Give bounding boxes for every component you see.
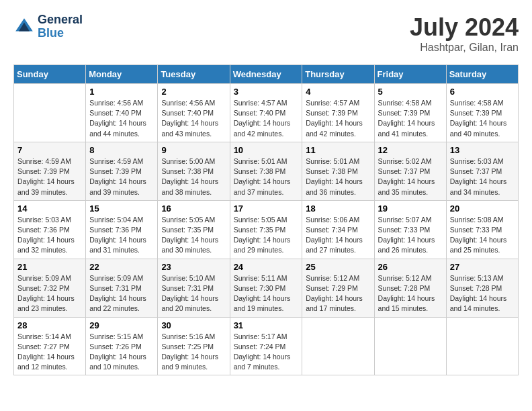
calendar-week-3: 14Sunrise: 5:03 AM Sunset: 7:36 PM Dayli…: [14, 200, 519, 259]
calendar-cell: [374, 317, 446, 375]
day-info: Sunrise: 5:05 AM Sunset: 7:35 PM Dayligh…: [161, 215, 226, 256]
calendar-cell: 6Sunrise: 4:58 AM Sunset: 7:39 PM Daylig…: [446, 84, 518, 142]
day-number: 22: [89, 262, 154, 272]
col-header-friday: Friday: [374, 65, 446, 84]
calendar-cell: 28Sunrise: 5:14 AM Sunset: 7:27 PM Dayli…: [14, 317, 86, 375]
day-info: Sunrise: 5:16 AM Sunset: 7:25 PM Dayligh…: [161, 332, 226, 373]
day-info: Sunrise: 5:03 AM Sunset: 7:37 PM Dayligh…: [450, 156, 515, 197]
calendar-cell: 18Sunrise: 5:06 AM Sunset: 7:34 PM Dayli…: [302, 200, 374, 259]
day-info: Sunrise: 5:01 AM Sunset: 7:38 PM Dayligh…: [234, 156, 299, 197]
calendar-cell: [302, 317, 374, 375]
calendar-cell: 26Sunrise: 5:12 AM Sunset: 7:28 PM Dayli…: [374, 259, 446, 317]
page-header: General Blue July 2024 Hashtpar, Gilan, …: [13, 13, 519, 54]
day-info: Sunrise: 4:58 AM Sunset: 7:39 PM Dayligh…: [378, 98, 443, 139]
logo-line1: General: [38, 13, 83, 27]
calendar-cell: 15Sunrise: 5:04 AM Sunset: 7:36 PM Dayli…: [86, 200, 158, 259]
calendar-week-1: 1Sunrise: 4:56 AM Sunset: 7:40 PM Daylig…: [14, 84, 519, 142]
calendar-cell: 2Sunrise: 4:56 AM Sunset: 7:40 PM Daylig…: [158, 84, 230, 142]
day-number: 31: [234, 320, 299, 330]
day-info: Sunrise: 5:09 AM Sunset: 7:31 PM Dayligh…: [89, 273, 154, 314]
col-header-tuesday: Tuesday: [158, 65, 230, 84]
calendar-cell: [446, 317, 518, 375]
day-info: Sunrise: 4:56 AM Sunset: 7:40 PM Dayligh…: [89, 98, 154, 139]
day-number: 15: [89, 203, 154, 214]
day-info: Sunrise: 4:56 AM Sunset: 7:40 PM Dayligh…: [161, 98, 226, 139]
day-info: Sunrise: 5:17 AM Sunset: 7:24 PM Dayligh…: [234, 332, 299, 373]
calendar-header-row: SundayMondayTuesdayWednesdayThursdayFrid…: [14, 65, 519, 84]
logo-line2: Blue: [38, 27, 83, 40]
day-info: Sunrise: 5:15 AM Sunset: 7:26 PM Dayligh…: [89, 332, 154, 373]
calendar-cell: 23Sunrise: 5:10 AM Sunset: 7:31 PM Dayli…: [158, 259, 230, 317]
logo-icon: [13, 16, 35, 38]
calendar-cell: 20Sunrise: 5:08 AM Sunset: 7:33 PM Dayli…: [446, 200, 518, 259]
day-info: Sunrise: 5:11 AM Sunset: 7:30 PM Dayligh…: [234, 273, 299, 314]
day-info: Sunrise: 5:03 AM Sunset: 7:36 PM Dayligh…: [17, 215, 82, 256]
day-number: 27: [450, 262, 515, 272]
logo: General Blue: [13, 13, 83, 40]
day-number: 16: [161, 203, 226, 214]
calendar-cell: 22Sunrise: 5:09 AM Sunset: 7:31 PM Dayli…: [86, 259, 158, 317]
day-number: 17: [234, 203, 299, 214]
day-number: 19: [378, 203, 443, 214]
day-number: 28: [17, 320, 82, 330]
col-header-thursday: Thursday: [302, 65, 374, 84]
day-number: 9: [161, 145, 226, 155]
calendar-cell: 14Sunrise: 5:03 AM Sunset: 7:36 PM Dayli…: [14, 200, 86, 259]
day-number: 29: [89, 320, 154, 330]
day-number: 21: [17, 262, 82, 272]
calendar-cell: 12Sunrise: 5:02 AM Sunset: 7:37 PM Dayli…: [374, 142, 446, 200]
col-header-sunday: Sunday: [14, 65, 86, 84]
day-info: Sunrise: 4:59 AM Sunset: 7:39 PM Dayligh…: [17, 156, 82, 197]
calendar-cell: 27Sunrise: 5:13 AM Sunset: 7:28 PM Dayli…: [446, 259, 518, 317]
col-header-wednesday: Wednesday: [230, 65, 302, 84]
calendar-cell: 24Sunrise: 5:11 AM Sunset: 7:30 PM Dayli…: [230, 259, 302, 317]
day-info: Sunrise: 5:12 AM Sunset: 7:29 PM Dayligh…: [306, 273, 370, 314]
calendar-cell: 4Sunrise: 4:57 AM Sunset: 7:39 PM Daylig…: [302, 84, 374, 142]
day-number: 24: [234, 262, 299, 272]
day-info: Sunrise: 5:07 AM Sunset: 7:33 PM Dayligh…: [378, 215, 443, 256]
calendar-cell: 8Sunrise: 4:59 AM Sunset: 7:39 PM Daylig…: [86, 142, 158, 200]
day-number: 5: [378, 87, 443, 97]
calendar-cell: 21Sunrise: 5:09 AM Sunset: 7:32 PM Dayli…: [14, 259, 86, 317]
day-info: Sunrise: 5:01 AM Sunset: 7:38 PM Dayligh…: [306, 156, 370, 197]
calendar-table: SundayMondayTuesdayWednesdayThursdayFrid…: [13, 64, 519, 375]
day-info: Sunrise: 4:57 AM Sunset: 7:40 PM Dayligh…: [234, 98, 299, 139]
calendar-week-5: 28Sunrise: 5:14 AM Sunset: 7:27 PM Dayli…: [14, 317, 519, 375]
calendar-cell: 13Sunrise: 5:03 AM Sunset: 7:37 PM Dayli…: [446, 142, 518, 200]
calendar-week-4: 21Sunrise: 5:09 AM Sunset: 7:32 PM Dayli…: [14, 259, 519, 317]
day-info: Sunrise: 4:58 AM Sunset: 7:39 PM Dayligh…: [450, 98, 515, 139]
day-number: 7: [17, 145, 82, 155]
logo-text: General Blue: [38, 13, 83, 40]
day-info: Sunrise: 5:02 AM Sunset: 7:37 PM Dayligh…: [378, 156, 443, 197]
calendar-cell: 25Sunrise: 5:12 AM Sunset: 7:29 PM Dayli…: [302, 259, 374, 317]
day-number: 13: [450, 145, 515, 155]
calendar-cell: 17Sunrise: 5:05 AM Sunset: 7:35 PM Dayli…: [230, 200, 302, 259]
day-number: 14: [17, 203, 82, 214]
calendar-cell: 19Sunrise: 5:07 AM Sunset: 7:33 PM Dayli…: [374, 200, 446, 259]
col-header-saturday: Saturday: [446, 65, 518, 84]
day-info: Sunrise: 5:12 AM Sunset: 7:28 PM Dayligh…: [378, 273, 443, 314]
day-number: 3: [234, 87, 299, 97]
calendar-cell: 29Sunrise: 5:15 AM Sunset: 7:26 PM Dayli…: [86, 317, 158, 375]
day-number: 10: [234, 145, 299, 155]
calendar-cell: [14, 84, 86, 142]
calendar-cell: 1Sunrise: 4:56 AM Sunset: 7:40 PM Daylig…: [86, 84, 158, 142]
calendar-cell: 30Sunrise: 5:16 AM Sunset: 7:25 PM Dayli…: [158, 317, 230, 375]
day-info: Sunrise: 5:04 AM Sunset: 7:36 PM Dayligh…: [89, 215, 154, 256]
calendar-cell: 11Sunrise: 5:01 AM Sunset: 7:38 PM Dayli…: [302, 142, 374, 200]
calendar-cell: 10Sunrise: 5:01 AM Sunset: 7:38 PM Dayli…: [230, 142, 302, 200]
day-number: 20: [450, 203, 515, 214]
day-number: 6: [450, 87, 515, 97]
calendar-week-2: 7Sunrise: 4:59 AM Sunset: 7:39 PM Daylig…: [14, 142, 519, 200]
day-info: Sunrise: 5:14 AM Sunset: 7:27 PM Dayligh…: [17, 332, 82, 373]
day-number: 23: [161, 262, 226, 272]
calendar-cell: 16Sunrise: 5:05 AM Sunset: 7:35 PM Dayli…: [158, 200, 230, 259]
day-number: 18: [306, 203, 370, 214]
col-header-monday: Monday: [86, 65, 158, 84]
calendar-cell: 31Sunrise: 5:17 AM Sunset: 7:24 PM Dayli…: [230, 317, 302, 375]
calendar-cell: 3Sunrise: 4:57 AM Sunset: 7:40 PM Daylig…: [230, 84, 302, 142]
day-number: 2: [161, 87, 226, 97]
day-number: 8: [89, 145, 154, 155]
day-info: Sunrise: 5:00 AM Sunset: 7:38 PM Dayligh…: [161, 156, 226, 197]
day-number: 25: [306, 262, 370, 272]
